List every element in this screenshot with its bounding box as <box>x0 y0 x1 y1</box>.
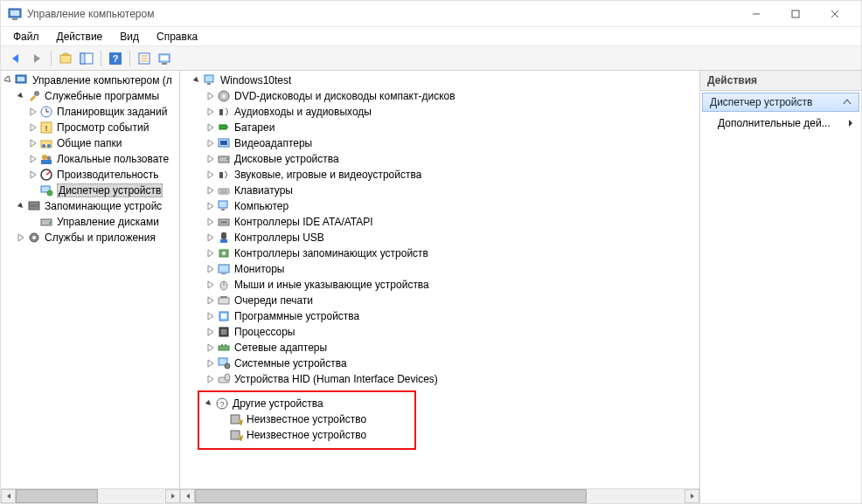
svg-point-80 <box>225 363 230 369</box>
svg-rect-71 <box>220 296 227 298</box>
expander-icon[interactable] <box>205 357 217 369</box>
scroll-right-button[interactable] <box>165 489 180 503</box>
device-manager-icon <box>39 183 53 197</box>
expander-icon[interactable] <box>205 263 217 275</box>
menu-file[interactable]: Файл <box>6 29 46 45</box>
tree-services[interactable]: Службы и приложения <box>1 230 179 245</box>
maximize-button[interactable] <box>775 2 815 26</box>
device-category[interactable]: Сетевые адаптеры <box>185 340 699 356</box>
device-category-label: Процессоры <box>234 326 295 338</box>
expander-icon[interactable] <box>205 310 217 322</box>
expander-icon[interactable] <box>205 326 217 338</box>
expander-icon[interactable] <box>205 216 217 228</box>
expander-icon[interactable] <box>205 106 217 118</box>
expander-icon[interactable] <box>205 200 217 212</box>
tree-event-viewer[interactable]: ! Просмотр событий <box>1 120 179 135</box>
device-category[interactable]: Батареи <box>185 120 699 135</box>
device-category[interactable]: Очереди печати <box>185 293 699 308</box>
forward-button[interactable] <box>27 49 46 68</box>
expander-icon[interactable] <box>205 373 217 385</box>
tree-shared-folders[interactable]: Общие папки <box>1 135 179 151</box>
collapse-icon[interactable] <box>843 98 852 107</box>
expander-icon[interactable] <box>205 231 217 244</box>
expander-icon[interactable] <box>205 342 217 354</box>
device-category[interactable]: Звуковые, игровые и видеоустройства <box>185 167 699 183</box>
menu-help[interactable]: Справка <box>149 29 205 45</box>
device-category[interactable]: Устройства HID (Human Interface Devices) <box>185 371 699 387</box>
left-scrollbar[interactable] <box>1 488 180 503</box>
scroll-right-button[interactable] <box>685 489 699 503</box>
tree-system-tools[interactable]: Служебные программы <box>1 88 179 104</box>
expander-icon[interactable] <box>205 169 217 181</box>
device-category[interactable]: Клавиатуры <box>185 183 699 198</box>
back-button[interactable] <box>6 49 25 68</box>
expander-icon[interactable] <box>3 74 15 86</box>
scroll-thumb[interactable] <box>195 489 587 503</box>
device-category[interactable]: Контроллеры USB <box>185 230 699 245</box>
device-category[interactable]: Мыши и иные указывающие устройства <box>185 277 699 293</box>
show-hide-tree-button[interactable] <box>77 49 96 68</box>
device-root[interactable]: Windows10test <box>185 72 699 88</box>
tree-task-scheduler[interactable]: Планировщик заданий <box>1 104 179 120</box>
up-button[interactable] <box>56 49 75 68</box>
actions-context[interactable]: Диспетчер устройств <box>702 93 859 112</box>
expander-icon[interactable] <box>27 153 39 165</box>
minimize-button[interactable] <box>736 2 775 26</box>
device-category-other[interactable]: ? Другие устройства <box>199 396 409 411</box>
device-unknown[interactable]: ! Неизвестное устройство <box>199 411 409 427</box>
device-category[interactable]: DVD-дисководы и дисководы компакт-дисков <box>185 88 699 104</box>
device-category[interactable]: Контроллеры запоминающих устройств <box>185 245 699 261</box>
device-category[interactable]: Мониторы <box>185 261 699 277</box>
expander-icon[interactable] <box>205 137 217 149</box>
expander-icon[interactable] <box>205 247 217 259</box>
svg-point-65 <box>222 252 226 255</box>
device-tree[interactable]: Windows10test DVD-дисководы и дисководы … <box>180 71 699 488</box>
device-category[interactable]: Системные устройства <box>185 356 699 371</box>
actions-more[interactable]: Дополнительные дей... <box>700 114 861 133</box>
console-tree[interactable]: Управление компьютером (л Служебные прог… <box>1 71 180 503</box>
scroll-left-button[interactable] <box>180 489 195 503</box>
tree-root[interactable]: Управление компьютером (л <box>1 72 179 88</box>
tree-performance[interactable]: Производительность <box>1 167 179 183</box>
expander-icon[interactable] <box>15 90 27 102</box>
tree-device-manager[interactable]: Диспетчер устройств <box>1 183 179 198</box>
device-category[interactable]: Контроллеры IDE ATA/ATAPI <box>185 214 699 230</box>
expander-icon[interactable] <box>15 200 27 212</box>
expander-icon[interactable] <box>205 279 217 291</box>
tree-storage[interactable]: Запоминающие устройс <box>1 198 179 214</box>
expander-icon[interactable] <box>205 153 217 165</box>
device-category-icon <box>217 152 231 166</box>
expander-icon[interactable] <box>27 121 39 134</box>
menu-action[interactable]: Действие <box>50 29 110 45</box>
device-category[interactable]: Программные устройства <box>185 308 699 324</box>
svg-point-29 <box>47 144 51 148</box>
device-category[interactable]: Видеоадаптеры <box>185 135 699 151</box>
expander-icon[interactable] <box>27 106 39 118</box>
expander-icon[interactable] <box>205 294 217 307</box>
expander-icon[interactable] <box>191 74 203 86</box>
device-category[interactable]: Аудиовходы и аудиовыходы <box>185 104 699 120</box>
tree-local-users[interactable]: Локальные пользовате <box>1 151 179 167</box>
device-category[interactable]: Дисковые устройства <box>185 151 699 167</box>
menu-view[interactable]: Вид <box>113 29 146 45</box>
expander-icon[interactable] <box>203 397 215 410</box>
expander-icon[interactable] <box>15 231 27 244</box>
close-button[interactable] <box>815 2 854 26</box>
help-button[interactable]: ? <box>106 49 125 68</box>
device-unknown[interactable]: ! Неизвестное устройство <box>199 427 409 443</box>
center-scrollbar[interactable] <box>180 488 699 503</box>
scan-hardware-button[interactable] <box>156 49 175 68</box>
expander-icon[interactable] <box>27 169 39 181</box>
svg-rect-20 <box>17 77 24 81</box>
device-category[interactable]: Процессоры <box>185 324 699 340</box>
device-category[interactable]: Компьютер <box>185 198 699 214</box>
properties-button[interactable] <box>135 49 154 68</box>
expander-icon[interactable] <box>205 121 217 134</box>
tree-disk-management[interactable]: Управление дисками <box>1 214 179 230</box>
expander-icon[interactable] <box>205 184 217 197</box>
svg-rect-48 <box>219 125 226 129</box>
expander-icon[interactable] <box>27 137 39 149</box>
scroll-thumb[interactable] <box>16 489 98 503</box>
expander-icon[interactable] <box>205 90 217 102</box>
scroll-left-button[interactable] <box>1 489 16 503</box>
